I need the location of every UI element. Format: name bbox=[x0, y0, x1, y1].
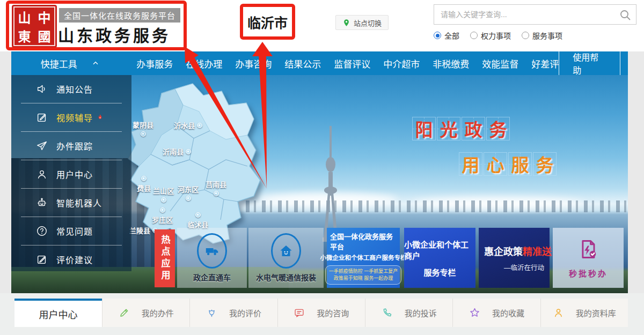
map-marker-icon bbox=[141, 176, 147, 181]
district-name: 兰陵县 bbox=[129, 225, 150, 235]
filter-power-items[interactable]: 权力事项 bbox=[470, 30, 511, 41]
map-marker-icon bbox=[186, 149, 191, 154]
quick-tools-toggle[interactable]: 快捷工具 bbox=[11, 57, 129, 70]
search-icon[interactable] bbox=[619, 9, 632, 24]
site-switch-button[interactable]: 站点切换 bbox=[335, 15, 389, 30]
district-label[interactable]: 临沭县 bbox=[187, 212, 208, 229]
card-label: 水电气暖通信报装 bbox=[256, 272, 316, 282]
site-title: 山东政务服务 bbox=[58, 23, 171, 46]
seal-char: 山 bbox=[14, 8, 34, 26]
slogan-char: 用 bbox=[459, 152, 482, 176]
sidebar-item-case-tracking[interactable]: 办件跟踪 bbox=[21, 132, 122, 160]
nav-item-banshi[interactable]: 办事服务 bbox=[136, 57, 173, 70]
sidebar-item-faq[interactable]: 常见问题 bbox=[21, 217, 122, 245]
tab-user-center[interactable]: 用户中心 bbox=[14, 299, 102, 327]
card-line2: 小微企业和个体工商户服务专栏 bbox=[320, 253, 407, 262]
map-marker-icon bbox=[195, 212, 201, 218]
card-line1: 小微企业和个体工商户 bbox=[404, 239, 475, 261]
district-label[interactable]: 罗庄区 bbox=[152, 207, 173, 225]
nav-item-xiaoneng[interactable]: 效能监督 bbox=[482, 57, 518, 70]
card-subtext: 政策易于知晓 服务一起办理 bbox=[329, 275, 398, 282]
nav-item-haochaping[interactable]: 好差评 bbox=[531, 57, 559, 70]
pencil-icon bbox=[119, 307, 130, 318]
card-label: 政企直通车 bbox=[193, 272, 231, 282]
nav-item-zaixian[interactable]: 在线办理 bbox=[186, 57, 222, 70]
card-instant-approval[interactable]: 秒批秒办 bbox=[553, 228, 624, 288]
district-label[interactable]: 费县 bbox=[137, 176, 151, 193]
district-label[interactable]: 莒南县 bbox=[206, 179, 226, 196]
map-marker-icon bbox=[161, 197, 166, 203]
nav-item-zixun[interactable]: 办事咨询 bbox=[235, 57, 272, 70]
card-title-red: 精准送 bbox=[523, 247, 552, 257]
district-label[interactable]: 兰陵县 bbox=[129, 225, 158, 235]
chevron-up-icon bbox=[91, 59, 100, 68]
district-name: 罗庄区 bbox=[152, 214, 173, 225]
pencil-note-icon bbox=[36, 254, 48, 265]
tab-my-complaints[interactable]: 我的投诉 bbox=[365, 299, 452, 327]
hot-apps-tab[interactable]: 热点应用 bbox=[155, 229, 175, 287]
slogan-char: 服 bbox=[508, 152, 532, 176]
platform-badge: 全国一体化在线政务服务平台 bbox=[59, 8, 180, 23]
district-name: 费县 bbox=[137, 183, 151, 193]
sidebar-item-label: 视频辅导 bbox=[56, 111, 93, 124]
quick-tools-sidebar: 通知公告 视频辅导 办件跟踪 用户中 bbox=[11, 75, 131, 271]
card-utilities-install[interactable]: 水电气暖通信报装 bbox=[248, 228, 324, 288]
nav-item-zhongjie[interactable]: 中介超市 bbox=[383, 57, 420, 70]
slogan-char: 务 bbox=[486, 117, 510, 140]
card-enterprise-policy[interactable]: 惠企政策精准送 —临沂在行动 bbox=[479, 228, 550, 288]
card-title: 惠企政策精准送 bbox=[484, 244, 544, 258]
sidebar-item-label: 智能机器人 bbox=[56, 196, 102, 209]
user-icon bbox=[36, 168, 48, 180]
card-subtext: 一手抓疫情防控 一手抓复工复产 bbox=[329, 268, 398, 275]
radio-icon bbox=[522, 32, 529, 39]
district-label[interactable]: 兰山区 bbox=[153, 185, 174, 203]
sidebar-item-user-center[interactable]: 用户中心 bbox=[21, 160, 122, 189]
card-label: 秒批秒办 bbox=[569, 267, 608, 279]
user-center-bar: 用户中心 我的办件 我的评价 我的咨询 我的投诉 我的收藏 bbox=[0, 293, 644, 335]
card-gov-enterprise-express[interactable]: 政企直通车 bbox=[177, 228, 247, 288]
tab-label: 我的评价 bbox=[229, 307, 261, 318]
paper-plane-icon bbox=[36, 140, 48, 152]
district-name: 沂水县 bbox=[174, 120, 195, 130]
question-circle-icon bbox=[36, 225, 48, 237]
shandong-seal-logo: 山 中 東 國 bbox=[12, 5, 57, 48]
filter-service-items[interactable]: 服务事项 bbox=[522, 30, 562, 41]
map-marker-icon bbox=[160, 207, 165, 213]
tab-my-reviews[interactable]: 我的评价 bbox=[189, 299, 277, 327]
district-label[interactable]: 河东区 bbox=[178, 184, 199, 201]
nav-item-jieguo[interactable]: 结果公示 bbox=[284, 57, 321, 70]
phone-icon bbox=[382, 307, 393, 318]
nav-list: 办事服务 在线办理 办事咨询 结果公示 监督评议 中介超市 非税缴费 效能监督 … bbox=[129, 57, 559, 70]
map-marker-icon bbox=[141, 131, 146, 137]
user-center-tabbar: 用户中心 我的办件 我的评价 我的咨询 我的投诉 我的收藏 bbox=[14, 299, 628, 327]
slogan-char: 政 bbox=[462, 117, 485, 140]
help-button[interactable]: 使用帮助 bbox=[559, 47, 620, 79]
sidebar-item-notices[interactable]: 通知公告 bbox=[21, 75, 122, 103]
tab-my-cases[interactable]: 我的办件 bbox=[102, 299, 189, 327]
sidebar-item-robot[interactable]: 智能机器人 bbox=[21, 189, 122, 217]
district-label[interactable]: 沂水县 bbox=[174, 120, 202, 130]
sidebar-item-label: 评价建议 bbox=[56, 253, 93, 266]
sidebar-item-label: 通知公告 bbox=[56, 83, 93, 95]
tab-my-library[interactable]: 我的资料库 bbox=[540, 299, 628, 327]
nav-item-feishui[interactable]: 非税缴费 bbox=[433, 57, 469, 70]
card-small-business-column[interactable]: 小微企业和个体工商户 服务专栏 bbox=[404, 228, 475, 288]
district-name: 沂南县 bbox=[163, 146, 184, 157]
map-marker-icon bbox=[214, 191, 219, 196]
filter-all[interactable]: 全部 bbox=[434, 30, 459, 41]
card-national-platform-column[interactable]: 全国一体化政务服务平台 小微企业和个体工商户服务专栏 一手抓疫情防控 一手抓复工… bbox=[327, 228, 400, 288]
sidebar-item-video-guide[interactable]: 视频辅导 bbox=[21, 103, 122, 132]
hot-flame-icon bbox=[96, 114, 104, 122]
main-nav: 快捷工具 办事服务 在线办理 办事咨询 结果公示 监督评议 中介超市 非税缴费 … bbox=[11, 51, 628, 75]
search-input[interactable] bbox=[434, 5, 636, 24]
tab-my-inquiries[interactable]: 我的咨询 bbox=[277, 299, 365, 327]
tab-label: 我的办件 bbox=[142, 307, 174, 318]
sidebar-item-feedback[interactable]: 评价建议 bbox=[21, 245, 122, 273]
district-label[interactable]: 沂南县 bbox=[163, 146, 191, 157]
portal-page: 山 中 東 國 全国一体化在线政务服务平台 山东政务服务 临沂市 站点切换 bbox=[0, 0, 644, 335]
sidebar-item-label: 常见问题 bbox=[56, 225, 93, 237]
star-icon bbox=[469, 307, 480, 318]
nav-item-jiandu[interactable]: 监督评议 bbox=[334, 57, 370, 70]
district-label[interactable]: 蒙阴县 bbox=[133, 120, 153, 137]
tab-my-favorites[interactable]: 我的收藏 bbox=[452, 299, 540, 327]
